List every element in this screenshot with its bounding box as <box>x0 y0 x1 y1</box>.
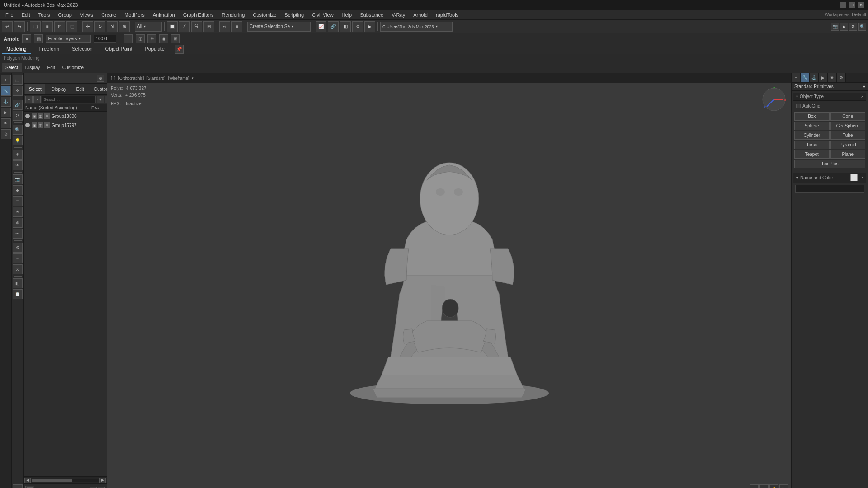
menu-views[interactable]: Views <box>76 10 97 19</box>
layer-dropdown[interactable]: All ▾ <box>135 22 162 32</box>
vp-pan-btn[interactable]: ✋ <box>769 484 778 488</box>
spacewarp-btn[interactable]: 〜 <box>13 229 23 239</box>
item-render-1[interactable]: ◫ <box>38 113 43 119</box>
menu-animation[interactable]: Animation <box>149 10 179 19</box>
scene-btn[interactable]: 📋 <box>13 289 23 299</box>
vp-zoom-all-btn[interactable]: ⊞ <box>750 484 759 488</box>
tab-modeling[interactable]: Modeling <box>2 45 31 54</box>
obj-btn-torus[interactable]: Torus <box>794 141 830 149</box>
viewport-view-btn[interactable]: [Orthographic] <box>118 76 144 80</box>
scene-ctrl1[interactable]: + <box>25 96 33 103</box>
render-frame-btn[interactable]: 📷 <box>831 23 839 31</box>
right-tab-motion[interactable]: ▶ <box>819 73 828 82</box>
scene-ctrl2[interactable]: × <box>33 96 41 103</box>
item-freeze-1[interactable]: ❄ <box>44 113 50 119</box>
arnold-action3[interactable]: ⊕ <box>147 34 156 43</box>
light2-btn[interactable]: ☀ <box>13 207 23 217</box>
scene-item-group15797[interactable]: ◉ ◫ ❄ Group15797 <box>24 121 107 130</box>
create-panel-btn[interactable]: + <box>1 75 11 85</box>
search-btn[interactable]: 🔍 <box>858 23 866 31</box>
color-swatch[interactable] <box>850 174 858 181</box>
scene-item-group13800[interactable]: ◉ ◫ ❄ Group13800 <box>24 112 107 121</box>
layer-mgr-btn[interactable]: ◧ <box>13 278 23 288</box>
undo-button[interactable]: ↩ <box>2 21 13 32</box>
arnold-icon-btn[interactable]: ● <box>22 34 31 43</box>
item-eye-2[interactable]: ◉ <box>32 122 37 128</box>
snap-btn[interactable]: 🔲 <box>167 21 178 32</box>
geometry-btn[interactable]: ◆ <box>13 185 23 195</box>
shape-btn[interactable]: ⌗ <box>13 196 23 206</box>
motion-panel-btn[interactable]: ▶ <box>1 108 11 117</box>
menu-file[interactable]: File <box>2 10 17 19</box>
modify-panel-btn[interactable]: 🔧 <box>1 86 11 96</box>
tab-freeform[interactable]: Freeform <box>35 45 64 54</box>
arnold-action5[interactable]: ⊞ <box>171 34 180 43</box>
tab-populate[interactable]: Populate <box>140 45 169 54</box>
name-color-header[interactable]: ▾ Name and Color × <box>793 173 866 183</box>
scale-btn[interactable]: ⇲ <box>107 21 118 32</box>
align-btn[interactable]: ≡ <box>231 21 242 32</box>
scene-search-input[interactable] <box>42 96 96 103</box>
obj-btn-pyramid[interactable]: Pyramid <box>830 141 866 149</box>
menu-help[interactable]: Help <box>338 10 356 19</box>
object-name-input[interactable] <box>795 185 864 193</box>
settings-btn[interactable]: ⚙ <box>849 23 857 31</box>
freeze-btn[interactable]: ❄ <box>13 150 23 160</box>
main-viewport[interactable]: [+] [Orthographic] [Standard] [Wireframe… <box>107 73 791 488</box>
menu-arnold[interactable]: Arnold <box>410 10 431 19</box>
expand-btn[interactable]: ▶ <box>13 484 23 488</box>
right-tab-create[interactable]: + <box>792 73 801 82</box>
path-dropdown[interactable]: C:\Users\Tor...3ds Max 2023 ▾ <box>380 22 453 32</box>
menu-group[interactable]: Group <box>54 10 75 19</box>
obj-btn-plane[interactable]: Plane <box>830 150 866 159</box>
obj-btn-teapot[interactable]: Teapot <box>794 150 830 159</box>
spinner-snap-btn[interactable]: ⊞ <box>203 21 214 32</box>
obj-btn-cone[interactable]: Cone <box>830 112 866 121</box>
section-close-1[interactable]: × <box>861 94 863 99</box>
scene-menu-select[interactable]: Select <box>25 84 45 94</box>
menu-rapidtools[interactable]: rapidTools <box>432 10 462 19</box>
sets-btn[interactable]: ≡ <box>13 253 23 263</box>
tab-object-paint[interactable]: Object Paint <box>101 45 137 54</box>
create-selection-dropdown[interactable]: Create Selection Se ▾ <box>247 22 311 32</box>
curve-editor-btn[interactable]: 📈 <box>316 21 326 32</box>
arnold-action1[interactable]: □ <box>124 34 133 43</box>
percent-snap-btn[interactable]: % <box>191 21 202 32</box>
obj-btn-tube[interactable]: Tube <box>830 131 866 140</box>
obj-btn-textplus[interactable]: TextPlus <box>794 160 865 168</box>
display-panel-btn[interactable]: 👁 <box>1 118 11 128</box>
move-btn[interactable]: ✛ <box>82 21 93 32</box>
scene-settings-btn[interactable]: ⚙ <box>97 75 104 82</box>
right-tab-modify[interactable]: 🔧 <box>801 73 810 82</box>
schematic-btn[interactable]: 🔗 <box>328 21 339 32</box>
unlink-btn[interactable]: ⛓ <box>13 111 23 121</box>
material-btn[interactable]: ◧ <box>340 21 351 32</box>
menu-vray[interactable]: V-Ray <box>388 10 409 19</box>
scroll-track[interactable] <box>32 479 99 482</box>
subtab-select[interactable]: Select <box>2 63 22 72</box>
viewport-wireframe-btn[interactable]: [Wireframe] <box>168 76 189 80</box>
menu-rendering[interactable]: Rendering <box>218 10 249 19</box>
section-close-2[interactable]: × <box>861 175 863 180</box>
view-zoom-btn[interactable]: 🔍 <box>13 125 23 135</box>
menu-create[interactable]: Create <box>98 10 120 19</box>
viewport-menu-btn[interactable]: [+] <box>111 76 115 80</box>
menu-tools[interactable]: Tools <box>35 10 54 19</box>
menu-edit[interactable]: Edit <box>18 10 34 19</box>
subtab-customize[interactable]: Customize <box>59 63 87 72</box>
layer-color-swatch[interactable] <box>25 486 34 488</box>
viewport-shading-btn[interactable]: [Standard] <box>146 76 165 80</box>
hide-btn[interactable]: 👁 <box>13 160 23 170</box>
vp-zoom-selected-btn[interactable]: ⊡ <box>760 484 769 488</box>
maximize-button[interactable]: □ <box>849 2 855 8</box>
obj-btn-box[interactable]: Box <box>794 112 830 121</box>
select-tool-btn[interactable]: ⬚ <box>13 75 23 85</box>
light-btn[interactable]: 💡 <box>13 136 23 145</box>
camera-btn[interactable]: 📷 <box>13 174 23 184</box>
system-btn[interactable]: ⚙ <box>13 243 23 253</box>
obj-btn-cylinder[interactable]: Cylinder <box>794 131 830 140</box>
right-tab-hierarchy[interactable]: ⚓ <box>810 73 819 82</box>
quick-render-btn[interactable]: ▶ <box>840 23 848 31</box>
object-type-header[interactable]: ▾ Object Type × <box>793 93 866 101</box>
select-object-btn[interactable]: ⬚ <box>30 21 41 32</box>
